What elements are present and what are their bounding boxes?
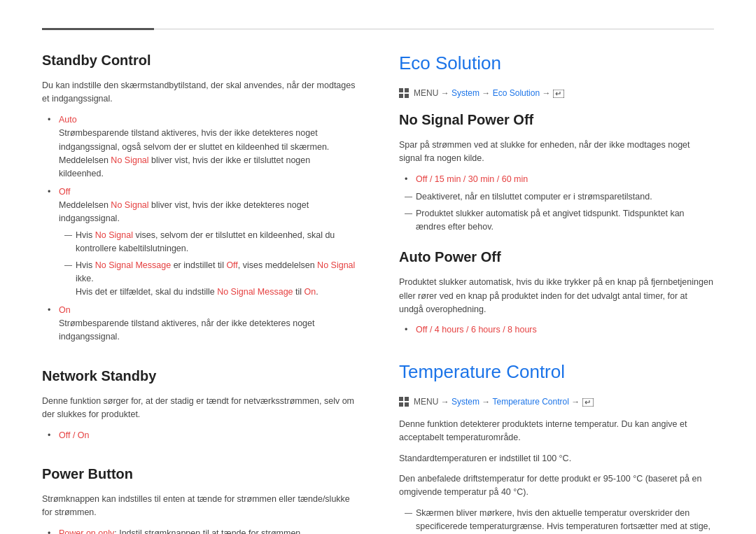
section-no-signal-power-off: No Signal Power Off Spar på strømmen ved… [399, 109, 714, 234]
list-item: Off / On [48, 429, 357, 442]
network-standby-intro: Denne funktion sørger for, at der stadig… [42, 395, 357, 422]
on-label: On [59, 305, 71, 315]
off-label: Off [59, 187, 70, 197]
section-temperature-control: Temperature Control MENU → System → Temp… [399, 358, 714, 534]
power-button-list: Power on only: Indstil strømknappen til … [48, 527, 357, 534]
list-item: Off / 15 min / 30 min / 60 min [405, 173, 714, 186]
list-item: Off / 4 hours / 6 hours / 8 hours [405, 323, 714, 337]
auto-label: Auto [59, 115, 77, 125]
off-text: Meddelelsen No Signal bliver vist, hvis … [59, 200, 309, 223]
list-item: Power on only: Indstil strømknappen til … [48, 527, 357, 534]
section-network-standby: Network Standby Denne funktion sørger fo… [42, 365, 357, 442]
temperature-dash-list: Skærmen bliver mørkere, hvis den aktuell… [405, 507, 714, 534]
eco-solution-title: Eco Solution [399, 50, 714, 77]
menu-grid-icon-2 [399, 397, 409, 407]
page-container: Standby Control Du kan indstille den skæ… [0, 0, 756, 534]
temperature-control-menu-text: MENU → System → Temperature Control → [414, 395, 594, 408]
auto-power-off-title: Auto Power Off [399, 246, 714, 267]
enter-icon-2 [582, 398, 594, 407]
standby-control-title: Standby Control [42, 50, 357, 71]
auto-power-off-list: Off / 4 hours / 6 hours / 8 hours [405, 323, 714, 337]
network-standby-list: Off / On [48, 429, 357, 442]
left-column: Standby Control Du kan indstille den skæ… [42, 50, 357, 534]
section-auto-power-off: Auto Power Off Produktet slukker automat… [399, 246, 714, 337]
no-signal-options: Off / 15 min / 30 min / 60 min [416, 174, 528, 184]
section-standby-control: Standby Control Du kan indstille den skæ… [42, 50, 357, 344]
list-item: On Strømbesparende tilstand aktiveres, n… [48, 304, 357, 344]
section-eco-solution: Eco Solution MENU → System → Eco Solutio… [399, 50, 714, 337]
power-on-only-text: : Indstil strømknappen til at tænde for … [114, 528, 303, 534]
auto-power-off-intro: Produktet slukker automatisk, hvis du ik… [399, 276, 714, 316]
auto-text: Strømbesparende tilstand aktiveres, hvis… [59, 128, 329, 151]
no-signal-power-off-intro: Spar på strømmen ved at slukke for enhed… [399, 139, 714, 166]
top-rule [42, 28, 714, 30]
top-rule-right [154, 29, 714, 29]
list-item: Off Meddelelsen No Signal bliver vist, h… [48, 185, 357, 300]
on-text: Strømbesparende tilstand aktiveres, når … [59, 318, 314, 342]
standby-control-intro: Du kan indstille den skærmstandbytilstan… [42, 79, 357, 106]
power-button-title: Power Button [42, 463, 357, 484]
list-item: Auto Strømbesparende tilstand aktiveres,… [48, 113, 357, 181]
off-on-label: Off / On [59, 430, 90, 440]
off-dash-list: Hvis No Signal vises, selvom der er tils… [64, 229, 357, 300]
no-signal-dash-list: Deaktiveret, når en tilsluttet computer … [405, 190, 714, 234]
eco-solution-menu-text: MENU → System → Eco Solution → [414, 87, 564, 99]
dash-item: Skærmen bliver mørkere, hvis den aktuell… [405, 507, 714, 534]
standby-control-list: Auto Strømbesparende tilstand aktiveres,… [48, 113, 357, 344]
right-column: Eco Solution MENU → System → Eco Solutio… [399, 50, 714, 534]
network-standby-title: Network Standby [42, 365, 357, 386]
dash-item: Hvis No Signal vises, selvom der er tils… [64, 229, 357, 256]
dash-item: Produktet slukker automatisk på et angiv… [405, 207, 714, 234]
eco-solution-menu-path: MENU → System → Eco Solution → [399, 87, 714, 99]
auto-note: Meddelelsen No Signal bliver vist, hvis … [59, 155, 310, 178]
no-signal-power-off-title: No Signal Power Off [399, 109, 714, 130]
section-power-button: Power Button Strømknappen kan indstilles… [42, 463, 357, 534]
menu-grid-icon [399, 88, 409, 98]
enter-icon [553, 90, 564, 98]
auto-power-off-options: Off / 4 hours / 6 hours / 8 hours [416, 325, 537, 335]
temperature-intro-1: Denne funktion detekterer produktets int… [399, 418, 714, 445]
temperature-intro-2: Standardtemperaturen er indstillet til 1… [399, 452, 714, 465]
top-rule-left [42, 28, 154, 30]
content-columns: Standby Control Du kan indstille den skæ… [42, 50, 714, 534]
dash-item: Hvis No Signal Message er indstillet til… [64, 259, 357, 300]
power-button-intro: Strømknappen kan indstilles til enten at… [42, 493, 357, 520]
dash-item: Deaktiveret, når en tilsluttet computer … [405, 190, 714, 204]
power-on-only-label: Power on only [59, 528, 114, 534]
temperature-control-title: Temperature Control [399, 358, 714, 386]
no-signal-power-off-list: Off / 15 min / 30 min / 60 min [405, 173, 714, 186]
temperature-intro-3: Den anbefalede driftstemperatur for dett… [399, 472, 714, 500]
temperature-control-menu-path: MENU → System → Temperature Control → [399, 395, 714, 408]
